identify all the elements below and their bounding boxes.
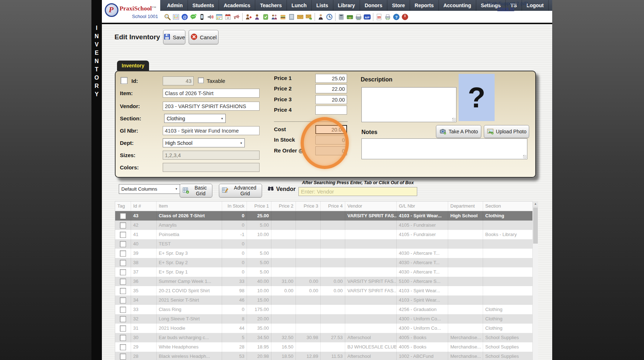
- table-row-30[interactable]: 30Ear buds w/charging c...534.5032.5030.…: [115, 333, 533, 342]
- tag-checkbox[interactable]: [120, 335, 126, 341]
- grid-scrollbar[interactable]: ▲: [532, 201, 538, 360]
- families-icon[interactable]: [270, 13, 279, 21]
- colors-field[interactable]: [163, 163, 260, 172]
- item-field[interactable]: [163, 89, 260, 98]
- take-photo-button[interactable]: + Take A Photo: [436, 125, 481, 138]
- cell-tag[interactable]: [115, 258, 131, 267]
- printer-icon[interactable]: [383, 13, 392, 21]
- col-header-in_stock[interactable]: In Stock: [222, 201, 247, 211]
- table-row-37[interactable]: 37E+ Spr. Day 105.004030 - Aftercare T..…: [115, 267, 533, 277]
- calendar-icon[interactable]: 12: [224, 13, 232, 21]
- nav-reports[interactable]: Reports: [410, 0, 439, 11]
- nav-academics[interactable]: Academics: [219, 0, 255, 11]
- logoff-icon[interactable]: [401, 13, 409, 21]
- tag-checkbox[interactable]: [120, 241, 126, 247]
- nav-store[interactable]: Store: [387, 0, 410, 11]
- table-row-36[interactable]: 36Summer Camp Week 1...3340.0031.000.000…: [115, 277, 533, 286]
- table-row-31[interactable]: 312021 Hoodie4435.004300 - Uniform Co...…: [115, 324, 533, 333]
- col-header-vendor[interactable]: Vendor: [345, 201, 397, 211]
- announcements-icon[interactable]: [206, 13, 215, 21]
- tag-checkbox[interactable]: [120, 269, 126, 275]
- tag-checkbox[interactable]: [120, 213, 126, 219]
- dept-select[interactable]: High School: [163, 138, 245, 147]
- lunch-icon[interactable]: [279, 13, 287, 21]
- description-textarea[interactable]: [361, 87, 456, 122]
- nav-students[interactable]: Students: [188, 0, 219, 11]
- nav-lists[interactable]: Lists: [312, 0, 333, 11]
- accounts-payable-icon[interactable]: A/P: [363, 13, 371, 21]
- table-row-40[interactable]: 40TEST0: [115, 239, 533, 249]
- col-header-p2[interactable]: Price 2: [271, 201, 296, 211]
- pdf-icon[interactable]: PDF: [375, 13, 383, 21]
- cost-field[interactable]: [315, 125, 347, 134]
- table-row-42[interactable]: 42Amarylis05.004105 - Fundraiser: [115, 221, 533, 230]
- student-icon[interactable]: [253, 13, 261, 21]
- cell-tag[interactable]: [115, 314, 131, 324]
- description-resize-grip[interactable]: [452, 118, 456, 121]
- nav-teachers[interactable]: Teachers: [255, 0, 287, 11]
- notes-textarea[interactable]: [361, 138, 527, 159]
- tag-checkbox[interactable]: [120, 307, 126, 313]
- sizes-field[interactable]: [163, 151, 260, 160]
- col-header-dept[interactable]: Department: [448, 201, 483, 211]
- tag-checkbox[interactable]: [120, 279, 126, 285]
- table-row-32[interactable]: 32Long Sleeve T-Shirt820.004300 - Unifor…: [115, 314, 533, 324]
- nav-donors[interactable]: Donors: [360, 0, 387, 11]
- in-stock-field[interactable]: [315, 135, 347, 145]
- tag-checkbox[interactable]: [120, 222, 126, 228]
- vendor-search-input[interactable]: [298, 187, 417, 196]
- scroll-up-arrow[interactable]: ▲: [533, 201, 538, 207]
- tag-checkbox[interactable]: [120, 232, 126, 238]
- attendance-grid-icon[interactable]: [172, 13, 180, 21]
- table-row-38[interactable]: 38E+ Spr. Day 205.004030 - Aftercare T..…: [115, 258, 533, 267]
- table-row-29[interactable]: 29White Headphones2818.9516.50BJ WHOLESA…: [115, 342, 533, 352]
- cell-tag[interactable]: [115, 211, 131, 221]
- gradebook-icon[interactable]: [261, 13, 270, 21]
- messages-icon[interactable]: +: [189, 13, 198, 21]
- calculator-icon[interactable]: [337, 13, 346, 21]
- cell-tag[interactable]: [115, 324, 131, 333]
- upload-photo-button[interactable]: + Upload Photo: [484, 125, 529, 138]
- price1-field[interactable]: [315, 74, 347, 83]
- price4-field[interactable]: [315, 106, 347, 115]
- help-icon[interactable]: ?: [392, 13, 401, 21]
- cell-tag[interactable]: [115, 305, 131, 314]
- notes-resize-grip[interactable]: [523, 155, 527, 159]
- mail-merge-icon[interactable]: [305, 13, 313, 21]
- id-field[interactable]: [163, 76, 194, 85]
- cell-tag[interactable]: [115, 221, 131, 230]
- cell-tag[interactable]: [115, 286, 131, 295]
- table-row-39[interactable]: 39E+ Spr. Day 305.004030 - Aftercare T..…: [115, 249, 533, 258]
- col-header-item[interactable]: Item: [157, 201, 222, 211]
- tag-checkbox[interactable]: [120, 250, 126, 257]
- col-header-p1[interactable]: Price 1: [247, 201, 271, 211]
- advanced-grid-button[interactable]: Advanced Grid: [219, 184, 262, 197]
- save-button[interactable]: Save: [163, 30, 185, 44]
- nav-library[interactable]: Library: [333, 0, 360, 11]
- cell-tag[interactable]: [115, 230, 131, 239]
- col-header-tag[interactable]: Tag: [115, 201, 131, 211]
- inventory-tab[interactable]: Inventory: [117, 61, 149, 71]
- staff-icon[interactable]: [316, 13, 325, 21]
- checks-icon[interactable]: [354, 13, 363, 21]
- phone-icon[interactable]: [198, 13, 206, 21]
- schedule-icon[interactable]: [215, 13, 224, 21]
- send-mail-icon[interactable]: [296, 13, 305, 21]
- notes-icon[interactable]: [287, 13, 296, 21]
- tag-checkbox[interactable]: [120, 344, 126, 350]
- col-header-p3[interactable]: Price 3: [296, 201, 321, 211]
- clock-in-link[interactable]: Clock In: [477, 6, 535, 12]
- cell-tag[interactable]: [115, 277, 131, 286]
- email-icon[interactable]: @: [180, 13, 189, 21]
- cell-tag[interactable]: [115, 333, 131, 342]
- gl-nbr-field[interactable]: [163, 126, 260, 135]
- add-student-icon[interactable]: [244, 13, 253, 21]
- tag-checkbox[interactable]: [120, 260, 126, 266]
- id-checkbox[interactable]: [121, 77, 127, 84]
- columns-preset-select[interactable]: Default Columns: [119, 184, 180, 194]
- tag-checkbox[interactable]: [120, 297, 126, 303]
- nav-admin[interactable]: Admin: [162, 0, 188, 11]
- col-header-gl[interactable]: G/L Nbr: [397, 201, 448, 211]
- cell-tag[interactable]: [115, 352, 131, 360]
- tag-checkbox[interactable]: [120, 325, 126, 332]
